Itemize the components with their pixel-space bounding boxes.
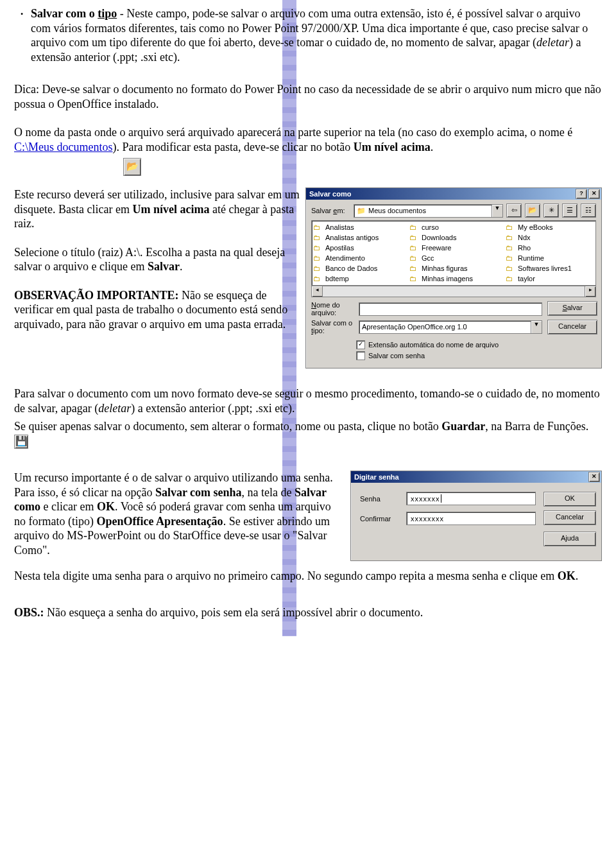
help-button-icon[interactable]: ? xyxy=(576,189,587,199)
dialog-title: Digitar senha xyxy=(352,473,587,481)
auto-extension-label: Extensão automática do nome de arquivo xyxy=(368,341,499,349)
chevron-down-icon[interactable]: ▼ xyxy=(531,321,542,333)
list-item[interactable]: 🗀Analistas xyxy=(313,222,409,232)
folder-icon: 🗀 xyxy=(506,264,516,272)
folder-icon: 🗀 xyxy=(506,244,516,252)
list-item[interactable]: 🗀Downloads xyxy=(409,232,506,243)
list-item[interactable]: 🗀curso xyxy=(409,222,506,232)
senha-label: Senha xyxy=(360,495,406,503)
para-salvar-tipo: Salvar com o tipo - Neste campo, pode-se… xyxy=(31,6,602,64)
folder-icon: 🗀 xyxy=(506,234,516,241)
para-guardar: Se quiser apenas salvar o documento, sem… xyxy=(14,419,602,449)
folder-icon: 🗀 xyxy=(409,275,420,282)
confirm-password-input[interactable]: xxxxxxxx xyxy=(406,512,536,525)
save-button[interactable]: Salvar xyxy=(547,301,597,316)
dialog-titlebar: Salvar como ? ✕ xyxy=(306,188,601,200)
folder-icon: 🗀 xyxy=(506,254,516,262)
save-type-combo[interactable]: Apresentação OpenOffice.org 1.0 ▼ xyxy=(359,320,542,334)
folder-icon: 🗀 xyxy=(409,234,420,241)
bullet-marker: • xyxy=(21,6,31,68)
folder-icon: 🗀 xyxy=(313,234,323,241)
checkbox-icon xyxy=(356,351,365,360)
para-novo-formato: Para salvar o documento com um novo form… xyxy=(14,386,602,415)
list-item[interactable]: 🗀My eBooks xyxy=(506,222,602,232)
horizontal-scrollbar[interactable]: ◂ ▸ xyxy=(311,286,596,297)
auto-extension-checkbox[interactable]: ✓ Extensão automática do nome de arquivo xyxy=(356,340,596,349)
folder-icon: 🗀 xyxy=(506,223,516,231)
para-digite-senha: Nesta tela digite uma senha para o arqui… xyxy=(14,569,602,584)
save-with-password-checkbox[interactable]: Salvar com senha xyxy=(356,351,596,360)
save-with-password-label: Salvar com senha xyxy=(368,352,425,360)
salvar-em-label: Salvar em: xyxy=(311,207,354,214)
folder-icon: 🗀 xyxy=(409,223,420,231)
ok-button[interactable]: OK xyxy=(543,492,596,507)
link-meus-documentos[interactable]: C:\Meus documentos xyxy=(14,141,113,153)
password-input[interactable]: xxxxxxx xyxy=(406,492,536,505)
list-item[interactable]: 🗀Gcc xyxy=(409,253,506,263)
dialog-title: Salvar como xyxy=(307,190,574,198)
cancel-button[interactable]: Cancelar xyxy=(543,510,596,525)
list-item[interactable]: 🗀Freeware xyxy=(409,243,506,253)
back-icon[interactable]: ⇦ xyxy=(506,204,522,218)
save-icon: 💾 xyxy=(14,435,28,449)
scroll-left-icon[interactable]: ◂ xyxy=(312,286,323,297)
list-item[interactable]: 🗀Rho xyxy=(506,243,602,253)
salvar-em-value: Meus documentos xyxy=(368,207,492,214)
list-item[interactable]: 🗀Apostilas xyxy=(313,243,409,253)
filename-input[interactable] xyxy=(359,302,542,316)
help-button[interactable]: Ajuda xyxy=(543,532,596,546)
cancel-button[interactable]: Cancelar xyxy=(547,320,597,334)
password-dialog: Digitar senha ✕ Senha xxxxxxx Confirmar … xyxy=(350,471,602,561)
folder-icon: 📁 xyxy=(357,207,366,215)
close-icon[interactable]: ✕ xyxy=(588,189,600,199)
salvar-tipo-label: Salvar com otipo: xyxy=(311,319,359,334)
chevron-down-icon[interactable]: ▼ xyxy=(492,205,502,217)
para-dica: Dica: Deve-se salvar o documento no form… xyxy=(14,82,602,111)
details-view-icon[interactable]: ☷ xyxy=(581,204,596,218)
list-item[interactable]: 🗀Minhas imagens xyxy=(409,273,506,284)
folder-icon: 🗀 xyxy=(409,244,420,252)
save-type-value: Apresentação OpenOffice.org 1.0 xyxy=(362,323,531,331)
folder-icon: 🗀 xyxy=(313,264,323,272)
folder-icon: 🗀 xyxy=(409,264,420,272)
confirmar-label: Confirmar xyxy=(360,515,406,523)
checkbox-icon: ✓ xyxy=(356,340,365,349)
nome-arquivo-label: Nome doarquivo: xyxy=(311,301,359,316)
list-item[interactable]: 🗀Atendimento xyxy=(313,253,409,263)
bullet-item: • Salvar com o tipo - Neste campo, pode-… xyxy=(21,6,602,68)
para-nome-pasta: O nome da pasta onde o arquivo será arqu… xyxy=(14,125,602,154)
dialog-titlebar: Digitar senha ✕ xyxy=(351,471,601,483)
list-item[interactable]: 🗀Runtime xyxy=(506,253,602,263)
salvar-em-combo[interactable]: 📁 Meus documentos ▼ xyxy=(354,204,503,218)
folder-icon: 🗀 xyxy=(313,254,323,262)
list-view-icon[interactable]: ☰ xyxy=(562,204,578,218)
folder-listbox[interactable]: 🗀Analistas 🗀Analistas antigos 🗀Apostilas… xyxy=(311,220,596,286)
folder-icon: 🗀 xyxy=(313,275,323,282)
up-one-level-icon[interactable]: 📂 xyxy=(525,204,540,218)
list-item[interactable]: 🗀taylor xyxy=(506,273,602,284)
close-icon[interactable]: ✕ xyxy=(588,472,600,482)
list-item[interactable]: 🗀Softwares livres1 xyxy=(506,263,602,273)
scroll-track[interactable] xyxy=(323,286,585,297)
folder-up-icon: 📂 xyxy=(123,158,602,176)
para-obs: OBS.: Não esqueça a senha do arquivo, po… xyxy=(14,605,602,620)
new-folder-icon[interactable]: ✳ xyxy=(543,204,559,218)
folder-icon: 🗀 xyxy=(506,275,516,282)
scroll-right-icon[interactable]: ▸ xyxy=(585,286,595,297)
list-item[interactable]: 🗀Banco de Dados xyxy=(313,263,409,273)
list-item[interactable]: 🗀Minhas figuras xyxy=(409,263,506,273)
folder-icon: 🗀 xyxy=(409,254,420,262)
list-item[interactable]: 🗀Analistas antigos xyxy=(313,232,409,243)
folder-icon: 🗀 xyxy=(313,223,323,231)
list-item[interactable]: 🗀bdtemp xyxy=(313,273,409,284)
folder-icon: 🗀 xyxy=(313,244,323,252)
save-as-dialog: Salvar como ? ✕ Salvar em: 📁 Meus docume… xyxy=(305,187,602,368)
list-item[interactable]: 🗀Ndx xyxy=(506,232,602,243)
